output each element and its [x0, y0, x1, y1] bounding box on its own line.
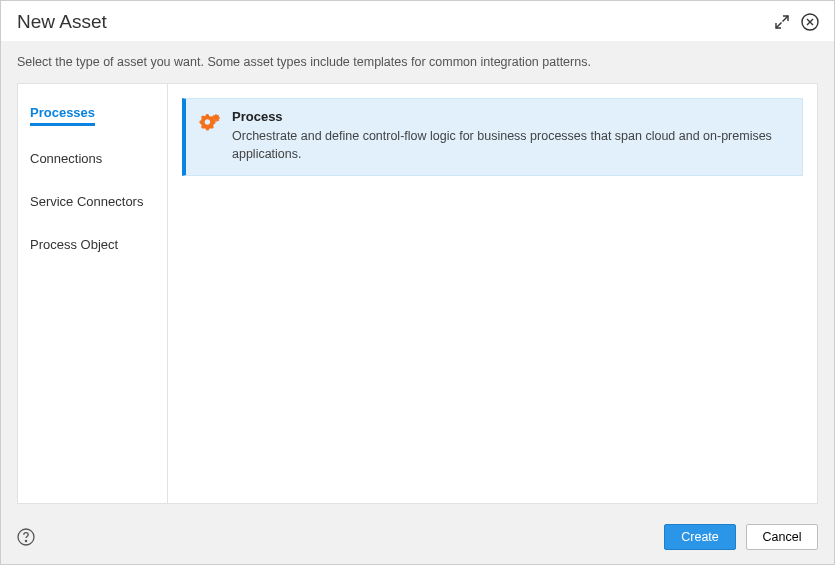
dialog-footer: Create Cancel — [1, 514, 834, 564]
content-panel: Processes Connections Service Connectors… — [17, 83, 818, 504]
asset-card-description: Orchestrate and define control-flow logi… — [232, 128, 788, 163]
asset-card-title: Process — [232, 109, 788, 124]
sidebar-item-service-connectors[interactable]: Service Connectors — [30, 191, 143, 212]
expand-icon[interactable] — [772, 12, 792, 32]
dialog-subtitle: Select the type of asset you want. Some … — [17, 55, 818, 69]
dialog-title: New Asset — [17, 11, 107, 33]
asset-card-process[interactable]: Process Orchestrate and define control-f… — [182, 98, 803, 176]
sidebar-item-processes[interactable]: Processes — [30, 102, 95, 126]
asset-type-sidebar: Processes Connections Service Connectors… — [18, 84, 168, 503]
sidebar-item-connections[interactable]: Connections — [30, 148, 102, 169]
close-icon[interactable] — [800, 12, 820, 32]
help-icon[interactable] — [17, 528, 35, 546]
dialog-body: Select the type of asset you want. Some … — [1, 41, 834, 514]
header-actions — [772, 12, 820, 32]
new-asset-dialog: New Asset Select the type of asset you w… — [0, 0, 835, 565]
process-gear-icon — [198, 111, 222, 135]
cancel-button[interactable]: Cancel — [746, 524, 818, 550]
asset-card-text: Process Orchestrate and define control-f… — [232, 109, 788, 163]
asset-list: Process Orchestrate and define control-f… — [168, 84, 817, 503]
sidebar-item-process-object[interactable]: Process Object — [30, 234, 118, 255]
dialog-header: New Asset — [1, 1, 834, 41]
create-button[interactable]: Create — [664, 524, 736, 550]
svg-point-3 — [25, 540, 26, 541]
